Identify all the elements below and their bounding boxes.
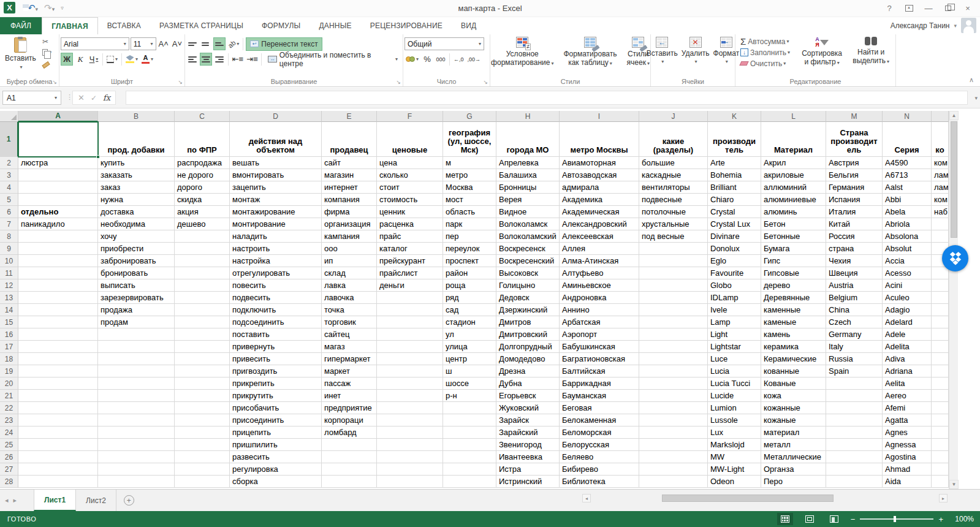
cell-C28[interactable] xyxy=(175,476,230,488)
cell-B4[interactable]: заказ xyxy=(98,181,175,194)
cell-G2[interactable]: м xyxy=(443,157,496,169)
cell-F11[interactable]: прайслист xyxy=(377,267,443,279)
cell-K6[interactable]: Crystal xyxy=(708,206,761,218)
cell-N4[interactable]: Aalst xyxy=(883,181,932,194)
cell-H11[interactable]: Высоковск xyxy=(496,267,560,279)
cell-F1[interactable]: ценовые xyxy=(377,122,443,157)
cell-A7[interactable]: паникадило xyxy=(18,218,98,230)
cell-G10[interactable]: проспект xyxy=(443,255,496,267)
cell-H25[interactable]: Звенигород xyxy=(496,439,560,451)
cell-E16[interactable]: сайтец xyxy=(322,328,377,341)
cell-D22[interactable]: присобачить xyxy=(230,402,322,414)
cell-B1[interactable]: прод. добавки xyxy=(98,122,175,157)
cell-N28[interactable]: Aida xyxy=(883,476,932,488)
cell-L21[interactable]: кожа xyxy=(761,390,826,402)
cell-J14[interactable] xyxy=(639,304,708,316)
page-layout-view-button[interactable] xyxy=(802,513,818,525)
cell-N7[interactable]: Abriola xyxy=(883,218,932,230)
cell-C25[interactable] xyxy=(175,439,230,451)
cell-C3[interactable]: не дорого xyxy=(175,169,230,181)
percent-style-button[interactable]: % xyxy=(421,53,433,66)
cell-K18[interactable]: Luce xyxy=(708,353,761,365)
zoom-slider[interactable] xyxy=(860,518,933,520)
cell-K9[interactable]: Donolux xyxy=(708,243,761,255)
cell-G24[interactable] xyxy=(443,427,496,439)
cell-F16[interactable] xyxy=(377,328,443,341)
cell-L8[interactable]: Бетонные xyxy=(761,230,826,243)
cell-F21[interactable] xyxy=(377,390,443,402)
row-header-1[interactable]: 1 xyxy=(0,122,18,157)
sheet-tab-2[interactable]: Лист2 xyxy=(76,490,116,511)
cell-G3[interactable]: метро xyxy=(443,169,496,181)
cell-G4[interactable]: Москва xyxy=(443,181,496,194)
row-header-3[interactable]: 3 xyxy=(0,169,18,181)
row-header-11[interactable]: 11 xyxy=(0,267,18,279)
cell-A9[interactable] xyxy=(18,243,98,255)
row-header-15[interactable]: 15 xyxy=(0,316,18,328)
wrap-text-button[interactable]: ↩Перенести текст xyxy=(246,37,322,51)
cell-K25[interactable]: Markslojd xyxy=(708,439,761,451)
cell-C8[interactable] xyxy=(175,230,230,243)
cell-A2[interactable]: люстра xyxy=(18,157,98,169)
cell-M18[interactable]: Russia xyxy=(826,353,883,365)
cell-O23[interactable] xyxy=(932,414,949,427)
expand-formula-bar-button[interactable]: ▾ xyxy=(974,95,978,101)
cell-L5[interactable]: алюминиевые xyxy=(761,194,826,206)
cell-D23[interactable]: присоединить xyxy=(230,414,322,427)
cell-O7[interactable] xyxy=(932,218,949,230)
cell-K27[interactable]: MW-Light xyxy=(708,463,761,476)
cell-M1[interactable]: Страна производитель xyxy=(826,122,883,157)
formula-input[interactable] xyxy=(126,91,968,105)
cell-G5[interactable]: мост xyxy=(443,194,496,206)
insert-function-button[interactable]: fx xyxy=(103,93,110,102)
cell-N24[interactable]: Agnes xyxy=(883,427,932,439)
cell-O27[interactable] xyxy=(932,463,949,476)
cell-C12[interactable] xyxy=(175,279,230,292)
cell-B26[interactable] xyxy=(98,451,175,463)
cell-K22[interactable]: Lumion xyxy=(708,402,761,414)
cell-J25[interactable] xyxy=(639,439,708,451)
cell-G22[interactable] xyxy=(443,402,496,414)
cell-I14[interactable]: Аннино xyxy=(560,304,639,316)
cell-E9[interactable]: ооо xyxy=(322,243,377,255)
cell-H26[interactable]: Ивантеевка xyxy=(496,451,560,463)
cell-B9[interactable]: приобрести xyxy=(98,243,175,255)
cell-F2[interactable]: цена xyxy=(377,157,443,169)
cell-O25[interactable] xyxy=(932,439,949,451)
shrink-font-button[interactable]: A˅ xyxy=(171,37,183,50)
cell-E20[interactable]: пассаж xyxy=(322,377,377,390)
paste-button[interactable]: Вставить▾ xyxy=(1,36,40,77)
cell-F8[interactable]: прайс xyxy=(377,230,443,243)
cell-M23[interactable] xyxy=(826,414,883,427)
cell-I2[interactable]: Авиамоторная xyxy=(560,157,639,169)
cell-J12[interactable] xyxy=(639,279,708,292)
column-header-L[interactable]: L xyxy=(761,111,826,122)
cell-E24[interactable]: ломбард xyxy=(322,427,377,439)
cell-J13[interactable] xyxy=(639,292,708,304)
column-header-F[interactable]: F xyxy=(377,111,443,122)
cell-C17[interactable] xyxy=(175,341,230,353)
cell-J17[interactable] xyxy=(639,341,708,353)
column-header-A[interactable]: A xyxy=(18,111,98,122)
cell-H27[interactable]: Истра xyxy=(496,463,560,476)
cell-C16[interactable] xyxy=(175,328,230,341)
cell-A19[interactable] xyxy=(18,365,98,377)
new-sheet-button[interactable]: + xyxy=(124,495,134,506)
row-header-7[interactable]: 7 xyxy=(0,218,18,230)
autosum-button[interactable]: ΣАвтосумма▾ xyxy=(739,36,791,47)
cell-H20[interactable]: Дубна xyxy=(496,377,560,390)
cell-A15[interactable] xyxy=(18,316,98,328)
cell-L7[interactable]: Бетон xyxy=(761,218,826,230)
cell-J8[interactable]: под весные xyxy=(639,230,708,243)
cell-N17[interactable]: Adelita xyxy=(883,341,932,353)
cell-B22[interactable] xyxy=(98,402,175,414)
cell-D6[interactable]: монтажирование xyxy=(230,206,322,218)
cell-O21[interactable] xyxy=(932,390,949,402)
cell-I26[interactable]: Беляево xyxy=(560,451,639,463)
cell-K2[interactable]: Arte xyxy=(708,157,761,169)
cell-K5[interactable]: Chiaro xyxy=(708,194,761,206)
cell-D18[interactable]: привесить xyxy=(230,353,322,365)
cell-L18[interactable]: Керамические xyxy=(761,353,826,365)
cell-H5[interactable]: Верея xyxy=(496,194,560,206)
clipboard-dialog-launcher[interactable]: ↘ xyxy=(52,79,57,85)
